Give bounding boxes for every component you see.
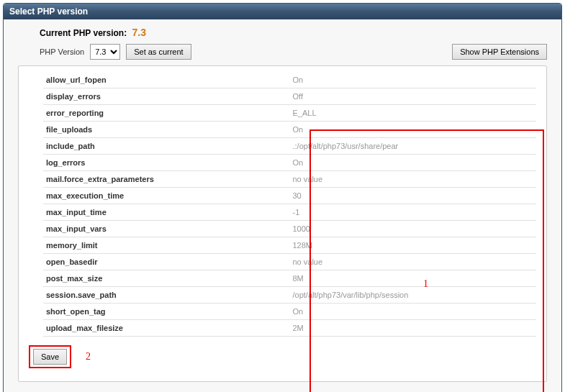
setting-value[interactable]: On [290, 122, 537, 138]
setting-name: max_execution_time [43, 188, 290, 204]
panel-title: Select PHP version [4, 4, 561, 19]
table-row: max_input_time-1 [43, 204, 536, 221]
setting-value[interactable]: .:/opt/alt/php73/usr/share/pear [290, 138, 537, 155]
table-row: short_open_tagOn [43, 304, 536, 320]
setting-value[interactable]: 2M [290, 320, 537, 337]
setting-name: log_errors [43, 155, 290, 171]
setting-name: error_reporting [43, 105, 290, 122]
set-as-current-button[interactable]: Set as current [126, 44, 191, 60]
setting-name: session.save_path [43, 287, 290, 304]
setting-value[interactable]: 128M [290, 237, 537, 254]
controls-row: PHP Version 7.3 Set as current Show PHP … [40, 44, 547, 60]
setting-name: allow_url_fopen [43, 72, 290, 88]
current-version-label: Current PHP version: [40, 28, 127, 38]
setting-name: max_input_time [43, 204, 290, 221]
table-row: file_uploadsOn [43, 122, 536, 138]
setting-name: file_uploads [43, 122, 290, 138]
setting-name: mail.force_extra_parameters [43, 171, 290, 188]
panel-body: Current PHP version: 7.3 PHP Version 7.3… [4, 19, 561, 392]
setting-value[interactable]: Off [290, 88, 537, 105]
setting-name: memory_limit [43, 237, 290, 254]
table-row: log_errorsOn [43, 155, 536, 171]
annotation-box-2: Save [29, 345, 71, 368]
table-row: error_reportingE_ALL [43, 105, 536, 122]
table-row: memory_limit128M [43, 237, 536, 254]
save-row: Save 2 [29, 345, 536, 368]
setting-name: display_errors [43, 88, 290, 105]
setting-name: max_input_vars [43, 221, 290, 237]
table-row: display_errorsOff [43, 88, 536, 105]
setting-name: post_max_size [43, 270, 290, 287]
php-version-select[interactable]: 7.3 [90, 44, 120, 60]
setting-value[interactable]: no value [290, 171, 537, 188]
version-selector-label: PHP Version [40, 47, 84, 56]
content-wrapper: 1 allow_url_fopenOndisplay_errorsOfferro… [18, 65, 547, 382]
setting-name: open_basedir [43, 254, 290, 270]
php-version-panel: Select PHP version Current PHP version: … [3, 3, 562, 392]
current-version-value: 7.3 [132, 27, 146, 38]
setting-value[interactable]: On [290, 155, 537, 171]
annotation-label-2: 2 [86, 351, 91, 363]
table-row: open_basedirno value [43, 254, 536, 270]
table-row: allow_url_fopenOn [43, 72, 536, 88]
table-row: max_input_vars1000 [43, 221, 536, 237]
table-row: post_max_size8M [43, 270, 536, 287]
setting-name: upload_max_filesize [43, 320, 290, 337]
setting-value[interactable]: /opt/alt/php73/var/lib/php/session [290, 287, 537, 304]
setting-value[interactable]: 8M [290, 270, 537, 287]
current-version-row: Current PHP version: 7.3 [40, 27, 547, 38]
table-row: session.save_path/opt/alt/php73/var/lib/… [43, 287, 536, 304]
setting-value[interactable]: -1 [290, 204, 537, 221]
setting-name: short_open_tag [43, 304, 290, 320]
table-row: mail.force_extra_parametersno value [43, 171, 536, 188]
setting-name: include_path [43, 138, 290, 155]
php-settings-table: allow_url_fopenOndisplay_errorsOfferror_… [43, 72, 536, 337]
setting-value[interactable]: E_ALL [290, 105, 537, 122]
setting-value[interactable]: 30 [290, 188, 537, 204]
show-php-extensions-button[interactable]: Show PHP Extensions [452, 44, 547, 60]
save-button[interactable]: Save [33, 349, 67, 365]
table-row: max_execution_time30 [43, 188, 536, 204]
setting-value[interactable]: no value [290, 254, 537, 270]
setting-value[interactable]: On [290, 304, 537, 320]
setting-value[interactable]: 1000 [290, 221, 537, 237]
table-row: upload_max_filesize2M [43, 320, 536, 337]
setting-value[interactable]: On [290, 72, 537, 88]
table-row: include_path.:/opt/alt/php73/usr/share/p… [43, 138, 536, 155]
